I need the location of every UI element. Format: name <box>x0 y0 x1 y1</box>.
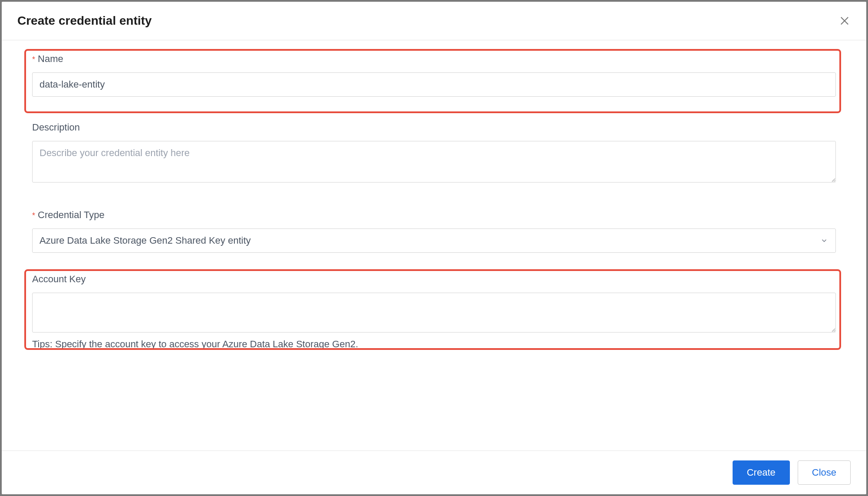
close-button[interactable]: Close <box>798 460 851 485</box>
required-star-icon: * <box>32 55 35 64</box>
modal-title: Create credential entity <box>17 14 152 28</box>
account-key-textarea[interactable] <box>32 293 836 333</box>
name-input[interactable] <box>32 72 836 97</box>
account-key-label: Account Key <box>32 274 836 285</box>
create-credential-modal: Create credential entity *Name Descripti… <box>2 2 866 494</box>
credential-type-select[interactable]: Azure Data Lake Storage Gen2 Shared Key … <box>32 228 836 253</box>
credential-type-field-group: *Credential Type Azure Data Lake Storage… <box>32 209 836 253</box>
description-textarea[interactable] <box>32 141 836 183</box>
account-key-tip: Tips: Specify the account key to access … <box>32 339 836 350</box>
name-field-group: *Name <box>32 53 836 97</box>
credential-type-label-text: Credential Type <box>38 209 105 220</box>
account-key-field-group: Account Key <box>32 274 836 334</box>
modal-header: Create credential entity <box>2 2 866 40</box>
description-label: Description <box>32 122 836 133</box>
close-icon[interactable] <box>838 15 851 27</box>
create-button[interactable]: Create <box>733 460 790 485</box>
description-field-group: Description <box>32 122 836 184</box>
credential-type-label: *Credential Type <box>32 209 836 221</box>
modal-body: *Name Description *Credential Type Azure… <box>2 40 866 450</box>
credential-type-selected: Azure Data Lake Storage Gen2 Shared Key … <box>32 228 836 253</box>
name-label-text: Name <box>38 53 63 64</box>
name-label: *Name <box>32 53 836 65</box>
required-star-icon: * <box>32 211 35 220</box>
modal-footer: Create Close <box>2 450 866 494</box>
